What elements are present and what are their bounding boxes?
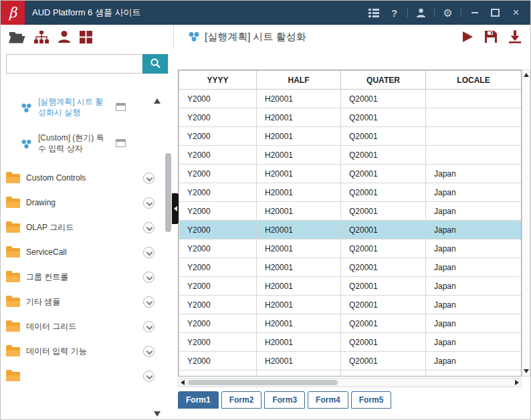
form-tab-form5[interactable]: Form5 [351, 391, 392, 409]
table-cell[interactable]: Y2000 [179, 371, 257, 377]
table-cell[interactable]: Y2000 [179, 183, 257, 202]
open-folder-icon[interactable] [9, 31, 25, 43]
table-cell[interactable]: Y2000 [179, 333, 257, 352]
table-cell[interactable]: Y2000 [179, 314, 257, 333]
org-chart-icon[interactable] [34, 31, 49, 43]
table-row[interactable]: Y2000H20001Q20001Japan [179, 371, 522, 377]
chevron-down-icon[interactable] [143, 197, 154, 209]
chevron-down-icon[interactable] [143, 222, 154, 233]
close-icon[interactable]: × [508, 4, 524, 21]
table-cell[interactable]: Japan [426, 258, 522, 277]
table-cell[interactable]: H20001 [257, 314, 341, 333]
chevron-down-icon[interactable] [143, 296, 154, 308]
tree-item-folder[interactable]: 데이터 입력 기능 [1, 339, 173, 364]
table-cell[interactable]: Y2000 [179, 277, 257, 296]
scroll-down-icon[interactable] [524, 369, 529, 373]
form-tab-form4[interactable]: Form4 [308, 391, 348, 409]
table-cell[interactable]: Y2000 [179, 165, 257, 183]
table-cell[interactable]: Q20001 [341, 127, 426, 146]
tree-item-folder[interactable]: Custom Controls [1, 166, 173, 191]
sidebar-collapse-handle[interactable] [172, 193, 179, 224]
tree-item-report[interactable]: [Custom] (현기) 특수 입력 상자 [1, 130, 173, 162]
chevron-down-icon[interactable] [143, 321, 154, 332]
column-header[interactable]: YYYY [179, 71, 257, 90]
table-cell[interactable]: Q20001 [341, 333, 426, 352]
table-cell[interactable]: Q20001 [341, 277, 426, 296]
tree-item-folder[interactable]: Drawing [1, 191, 173, 215]
table-cell[interactable]: Japan [426, 277, 522, 296]
table-cell[interactable]: Japan [426, 202, 522, 221]
tree-item-folder[interactable]: 기타 샘플 [1, 290, 173, 314]
form-tab-form2[interactable]: Form2 [221, 391, 262, 409]
column-header[interactable]: LOCALE [426, 71, 522, 90]
table-row[interactable]: Y2000H20001Q20001Japan [179, 258, 522, 277]
table-cell[interactable]: H20001 [257, 202, 341, 221]
table-cell[interactable]: H20001 [257, 146, 341, 165]
tree-item-folder[interactable]: 그룹 컨트롤 [1, 265, 173, 290]
save-icon[interactable] [484, 30, 498, 43]
table-cell[interactable]: Japan [426, 165, 522, 183]
table-cell[interactable]: H20001 [257, 183, 341, 202]
tree-item-folder[interactable]: OLAP 그리드 [1, 215, 173, 240]
help-icon[interactable]: ? [387, 4, 402, 21]
table-cell[interactable]: H20001 [257, 239, 341, 258]
tree-scroll-up-icon[interactable] [154, 98, 161, 104]
table-cell[interactable]: Q20001 [341, 165, 426, 183]
table-cell[interactable]: Q20001 [341, 352, 426, 371]
table-cell[interactable]: H20001 [257, 90, 341, 108]
form-tab-form3[interactable]: Form3 [264, 391, 305, 409]
table-cell[interactable]: Q20001 [341, 183, 426, 202]
table-row[interactable]: Y2000H20001Q20001 [179, 146, 522, 165]
column-header[interactable]: HALF [257, 71, 341, 90]
table-row[interactable]: Y2000H20001Q20001Japan [179, 165, 522, 183]
table-cell[interactable]: Q20001 [341, 296, 426, 314]
table-cell[interactable]: Y2000 [179, 352, 257, 371]
table-row[interactable]: Y2000H20001Q20001 [179, 127, 522, 146]
user-icon[interactable] [413, 4, 429, 21]
table-cell[interactable] [426, 90, 522, 108]
table-cell[interactable]: Y2000 [179, 296, 257, 314]
table-cell[interactable] [426, 146, 522, 165]
user-icon[interactable] [58, 30, 71, 43]
chevron-down-icon[interactable] [143, 247, 154, 258]
search-input[interactable] [6, 54, 142, 74]
table-cell[interactable]: Y2000 [179, 146, 257, 165]
table-cell[interactable]: Y2000 [179, 108, 257, 127]
table-row[interactable]: Y2000H20001Q20001Japan [179, 221, 522, 239]
chevron-down-icon[interactable] [143, 346, 154, 357]
table-cell[interactable]: Q20001 [341, 146, 426, 165]
horizontal-scrollbar-thumb[interactable] [188, 380, 338, 385]
settings-gear-icon[interactable]: ⚙ [440, 4, 455, 21]
scroll-left-icon[interactable] [181, 380, 185, 385]
scroll-right-icon[interactable] [515, 380, 519, 385]
table-cell[interactable]: Japan [426, 239, 522, 258]
table-cell[interactable]: Q20001 [341, 221, 426, 239]
table-cell[interactable]: Japan [426, 296, 522, 314]
table-cell[interactable]: Y2000 [179, 221, 257, 239]
maximize-icon[interactable] [488, 4, 503, 21]
table-cell[interactable]: Q20001 [341, 239, 426, 258]
table-row[interactable]: Y2000H20001Q20001Japan [179, 202, 522, 221]
scroll-up-icon[interactable] [524, 73, 529, 77]
sidebar-scrollbar-thumb[interactable] [165, 153, 171, 232]
table-cell[interactable]: Japan [426, 221, 522, 239]
minimize-icon[interactable] [467, 4, 482, 21]
table-cell[interactable]: Japan [426, 333, 522, 352]
tree-item-folder[interactable] [1, 364, 173, 389]
table-row[interactable]: Y2000H20001Q20001Japan [179, 314, 522, 333]
table-cell[interactable]: H20001 [257, 277, 341, 296]
table-cell[interactable]: Y2000 [179, 202, 257, 221]
table-cell[interactable]: H20001 [257, 127, 341, 146]
table-row[interactable]: Y2000H20001Q20001Japan [179, 333, 522, 352]
tree-scroll-down-icon[interactable] [154, 411, 161, 417]
table-row[interactable]: Y2000H20001Q20001 [179, 90, 522, 108]
table-row[interactable]: Y2000H20001Q20001Japan [179, 277, 522, 296]
table-cell[interactable]: Q20001 [341, 258, 426, 277]
tree-item-folder[interactable]: ServiceCall [1, 240, 173, 265]
form-tab-form1[interactable]: Form1 [178, 391, 219, 409]
download-icon[interactable] [508, 30, 522, 43]
table-cell[interactable]: Japan [426, 314, 522, 333]
table-cell[interactable]: Japan [426, 371, 522, 377]
table-cell[interactable] [426, 127, 522, 146]
vertical-scrollbar[interactable] [522, 70, 530, 377]
